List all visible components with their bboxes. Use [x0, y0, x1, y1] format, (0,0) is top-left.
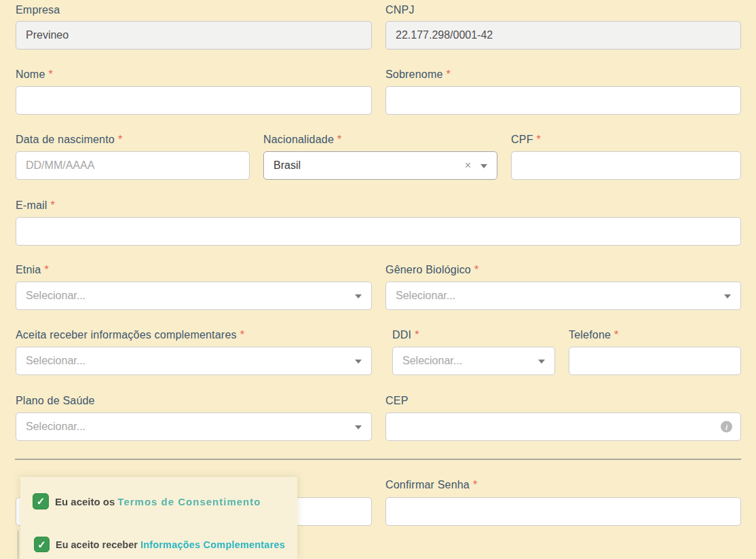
cpf-label: CPF* [511, 134, 541, 146]
clear-icon[interactable]: × [465, 160, 471, 171]
chevron-down-icon[interactable] [355, 360, 362, 364]
email-label: E-mail* [16, 199, 55, 212]
data-nascimento-label: Data de nascimento* [16, 134, 122, 146]
chevron-down-icon[interactable] [355, 425, 362, 429]
cnpj-field [385, 21, 741, 50]
ddi-label: DDI* [392, 329, 419, 341]
confirmar-senha-label: Confirmar Senha* [385, 479, 477, 491]
registration-form: Empresa CNPJ Nome* Sobrenome* Data de na… [0, 0, 756, 559]
confirmar-senha-field[interactable] [385, 497, 741, 526]
plano-saude-placeholder: Selecionar... [26, 421, 86, 433]
info-icon[interactable]: i [721, 421, 732, 433]
aceita-receber-placeholder: Selecionar... [26, 355, 86, 367]
sobrenome-label: Sobrenome* [385, 69, 451, 81]
nacionalidade-select[interactable]: Brasil × [263, 151, 497, 180]
etnia-select[interactable]: Selecionar... [16, 282, 372, 310]
info-consent-text: Eu aceito receberInformações Complementa… [56, 539, 285, 550]
cep-field-wrap: i [385, 412, 741, 441]
nacionalidade-label: Nacionalidade* [263, 134, 341, 146]
terms-link[interactable]: Termos de Consentimento [117, 496, 261, 507]
empresa-label: Empresa [16, 4, 60, 16]
etnia-label: Etnia* [16, 264, 49, 276]
genero-biologico-placeholder: Selecionar... [396, 290, 455, 302]
cep-label: CEP [385, 395, 409, 407]
hidden-field-border [18, 531, 18, 559]
telefone-label: Telefone* [569, 329, 619, 341]
chevron-down-icon[interactable] [724, 294, 731, 298]
nome-field[interactable] [16, 86, 372, 115]
nacionalidade-value: Brasil [273, 159, 301, 172]
empresa-field [16, 21, 372, 50]
aceita-receber-label: Aceita receber informações complementare… [16, 329, 244, 341]
info-consent-checkbox[interactable]: ✓ [34, 537, 50, 552]
sobrenome-field[interactable] [385, 86, 741, 115]
terms-checkbox[interactable]: ✓ [33, 493, 49, 509]
consent-info-row: ✓ Eu aceito receberInformações Complemen… [34, 537, 285, 552]
nome-label: Nome* [16, 69, 53, 81]
aceita-receber-select[interactable]: Selecionar... [16, 347, 372, 375]
chevron-down-icon[interactable] [355, 294, 362, 298]
cnpj-label: CNPJ [385, 4, 415, 16]
data-nascimento-field[interactable] [16, 151, 250, 180]
ddi-select[interactable]: Selecionar... [392, 347, 555, 375]
cep-field[interactable] [385, 412, 741, 441]
email-field[interactable] [16, 217, 741, 246]
genero-biologico-label: Gênero Biológico* [385, 264, 478, 276]
terms-text: Eu aceito osTermos de Consentimento [55, 496, 261, 507]
chevron-down-icon[interactable] [538, 360, 545, 364]
consent-terms-row: ✓ Eu aceito osTermos de Consentimento [33, 493, 261, 509]
info-consent-link[interactable]: Informações Complementares [140, 539, 285, 550]
genero-biologico-select[interactable]: Selecionar... [385, 282, 741, 310]
telefone-field[interactable] [569, 347, 741, 375]
etnia-placeholder: Selecionar... [26, 290, 86, 302]
section-divider [15, 459, 741, 460]
cpf-field[interactable] [511, 151, 741, 180]
chevron-down-icon[interactable] [480, 164, 487, 168]
consent-overlay-panel: ✓ Eu aceito osTermos de Consentimento ✓ … [20, 477, 297, 559]
plano-saude-label: Plano de Saúde [16, 395, 95, 407]
ddi-placeholder: Selecionar... [402, 355, 462, 367]
plano-saude-select[interactable]: Selecionar... [16, 412, 372, 441]
